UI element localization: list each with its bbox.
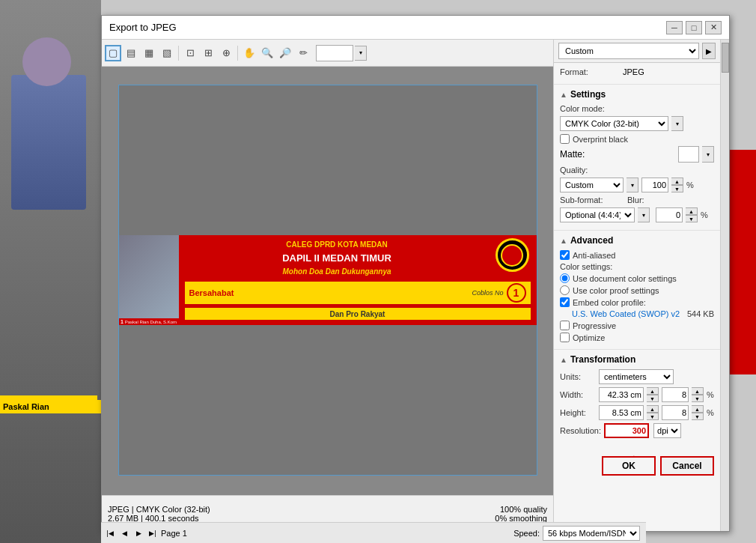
quality-dropdown-btn[interactable]: ▾ [627,178,638,192]
resolution-field[interactable] [604,423,649,438]
height-spin-up[interactable]: ▲ [647,405,659,413]
color-mode-dropdown-btn[interactable]: ▾ [671,116,683,131]
embed-color-checkbox[interactable] [560,297,570,307]
matte-dropdown-btn[interactable]: ▾ [702,146,714,163]
coblos-text: Coblos No [472,289,503,297]
advanced-header-label: Advanced [570,235,613,246]
subformat-dropdown[interactable]: Optional (4:4:4) [560,207,635,222]
zoom-minus-icon[interactable]: 🔍 [259,45,275,61]
optimize-row: Optimize [560,333,714,342]
next-page-btn[interactable]: ▶ [132,527,144,539]
prev-page-btn[interactable]: ◀ [118,527,130,539]
view-icon-4[interactable]: ▧ [159,45,175,61]
anti-aliased-checkbox[interactable] [560,250,570,260]
coblos-number: 1 [507,283,526,303]
embed-color-label: Embed color profile: [573,298,646,307]
ok-button[interactable]: OK [602,456,656,476]
width-field[interactable] [599,387,644,402]
quality-label: Quality: [560,166,620,175]
quality-dropdown[interactable]: Custom [560,178,624,192]
speed-dropdown[interactable]: 56 kbps Modem/ISDN [543,526,640,541]
close-button[interactable]: ✕ [705,21,722,34]
view-icon-3[interactable]: ▦ [141,45,157,61]
height-field[interactable] [599,405,644,420]
height-pct-spin-up[interactable]: ▲ [692,405,704,413]
scrollbar-thumb[interactable] [722,43,729,73]
maximize-button[interactable]: □ [686,21,702,34]
color-mode-dropdown[interactable]: CMYK Color (32-bit) [560,116,668,131]
speed-label: Speed: [513,529,540,538]
preset-arrow-btn[interactable]: ▶ [702,43,716,59]
subformat-combo-row: Optional (4:4:4) ▾ ▲ ▼ % [560,207,714,222]
quality-spin-up[interactable]: ▲ [671,178,683,185]
blur-spin-down[interactable]: ▼ [686,215,698,222]
view-icon-2[interactable]: ▤ [123,45,139,61]
person-body [11,75,86,210]
height-spin-down[interactable]: ▼ [647,413,659,420]
width-label: Width: [560,390,596,399]
first-page-btn[interactable]: |◀ [104,527,116,539]
overprint-checkbox[interactable] [560,134,570,144]
embed-profile-size: 544 KB [687,309,714,318]
zoom-region2-icon[interactable]: ⊞ [200,45,216,61]
bg-person-name: Paskal Rian [0,400,101,413]
height-pct-field[interactable] [662,405,689,420]
quality-spin-down[interactable]: ▼ [671,185,683,192]
cancel-button[interactable]: Cancel [660,456,714,476]
matte-color-box[interactable] [678,146,699,163]
footer-area: ➜ OK Cancel [554,446,720,483]
progressive-label: Progressive [573,321,616,330]
transformation-header[interactable]: ▲ Transformation [560,354,714,365]
anti-aliased-row: Anti-aliased [560,250,714,260]
banner-upper-gray [119,85,537,235]
export-dialog: Export to JPEG ─ □ ✕ ▢ ▤ ▦ ▧ ⊡ ⊞ ⊕ ✋ 🔍 [101,15,730,532]
right-panel-scrollbar[interactable] [720,40,729,531]
settings-section: ▲ Settings Color mode: CMYK Color (32-bi… [554,85,720,231]
width-spin-up[interactable]: ▲ [647,387,659,395]
banner-person-label: 1 Paskal Rian Duha, S.Kom [119,318,179,325]
pan-icon[interactable]: ✋ [241,45,257,61]
zoom-fit-icon[interactable]: ⊕ [218,45,234,61]
width-pct-spin-up[interactable]: ▲ [692,387,704,395]
advanced-arrow-icon: ▲ [560,237,567,245]
resolution-label: Resolution: [560,426,601,435]
blur-label: Blur: [627,195,657,204]
background-person-area: Page 1 Paskal Rian [0,0,101,543]
preset-dropdown[interactable]: Custom [558,43,699,59]
advanced-header[interactable]: ▲ Advanced [560,235,714,246]
height-pct-spin-down[interactable]: ▼ [692,413,704,420]
advanced-section: ▲ Advanced Anti-aliased Color settings: [554,231,720,350]
width-spin-down[interactable]: ▼ [647,395,659,402]
preview-canvas: 1 Paskal Rian Duha, S.Kom CALEG DPRD KOT… [102,67,553,494]
optimize-checkbox[interactable] [560,333,570,342]
embed-color-row: Embed color profile: [560,297,714,307]
width-pct-spin-down[interactable]: ▼ [692,395,704,402]
blur-spin-up[interactable]: ▲ [686,207,698,215]
last-page-btn[interactable]: ▶| [147,527,159,539]
toolbar-separator-2 [237,46,238,61]
logo-inner [501,244,523,267]
width-pct-field[interactable] [662,387,689,402]
zoom-plus-icon[interactable]: 🔎 [277,45,293,61]
settings-arrow-icon: ▲ [560,91,567,99]
subformat-dropdown-btn[interactable]: ▾ [638,207,650,222]
color-dropdown-btn[interactable]: ▾ [355,46,367,61]
view-icon-1[interactable]: ▢ [105,45,121,61]
minimize-button[interactable]: ─ [666,21,683,34]
person-head [22,37,71,86]
blur-field[interactable] [656,207,683,222]
embed-profile-row: U.S. Web Coated (SWOP) v2 544 KB [560,309,714,318]
progressive-checkbox[interactable] [560,321,570,330]
resolution-units-dropdown[interactable]: dpi [653,423,681,438]
subformat-label-row: Sub-format: Blur: [560,195,714,204]
eyedropper-icon[interactable]: ✏ [295,45,311,61]
settings-header[interactable]: ▲ Settings [560,89,714,100]
preview-area: ▢ ▤ ▦ ▧ ⊡ ⊞ ⊕ ✋ 🔍 🔎 ✏ ▾ [102,40,553,531]
units-dropdown[interactable]: centimeters [599,369,674,384]
zoom-region-icon[interactable]: ⊡ [182,45,198,61]
banner-person-image: 1 Paskal Rian Duha, S.Kom [119,235,179,325]
quality-value-field[interactable] [641,178,668,192]
use-doc-color-radio[interactable] [560,273,570,283]
use-proof-color-radio[interactable] [560,285,570,295]
preview-toolbar: ▢ ▤ ▦ ▧ ⊡ ⊞ ⊕ ✋ 🔍 🔎 ✏ ▾ [102,40,553,67]
